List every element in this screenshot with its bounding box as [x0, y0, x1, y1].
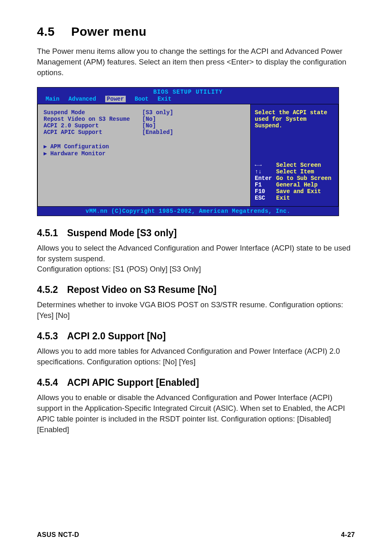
bios-item-label: ACPI 2.0 Support: [44, 122, 142, 129]
triangle-icon: ▶: [44, 143, 47, 150]
subsection-number: 4.5.3: [37, 331, 58, 341]
bios-tab-bar: Main Advanced Power Boot Exit: [37, 95, 339, 104]
bios-nav-key: ←→: [255, 162, 276, 168]
subsection-number: 4.5.1: [37, 228, 58, 238]
bios-setting-repost-video[interactable]: Repost Video on S3 Resume [No]: [44, 116, 244, 122]
bios-submenu-label: Hardware Monitor: [50, 150, 105, 157]
bios-item-label: Suspend Mode: [44, 109, 142, 116]
page-content: 4.5Power menu The Power menu items allow…: [37, 25, 355, 527]
bios-tab-exit[interactable]: Exit: [157, 96, 171, 102]
bios-main-area: Suspend Mode [S3 only] Repost Video on S…: [37, 104, 339, 207]
bios-submenu-list: ▶APM Configuration ▶Hardware Monitor: [44, 143, 244, 157]
bios-nav-row: ←→Select Screen: [255, 162, 334, 168]
bios-nav-desc: Select Screen: [276, 162, 321, 168]
bios-nav-key: F10: [255, 188, 276, 195]
subsection-title: ACPI APIC Support [Enabled]: [67, 377, 199, 388]
bios-nav-key: ↑↓: [255, 168, 276, 175]
bios-nav-hints: ←→Select Screen ↑↓Select Item EnterGo to…: [255, 162, 334, 201]
bios-nav-desc: Save and Exit: [276, 188, 321, 195]
intro-paragraph: The Power menu items allow you to change…: [37, 46, 355, 78]
bios-help-panel: Select the ACPI state used for System Su…: [250, 104, 339, 207]
bios-nav-key: F1: [255, 182, 276, 188]
bios-tab-main[interactable]: Main: [46, 96, 60, 102]
bios-item-value: [Enabled]: [142, 129, 244, 136]
subsection-body: Allows you to add more tables for Advanc…: [37, 346, 355, 367]
bios-title: BIOS SETUP UTILITY: [37, 88, 339, 95]
bios-submenu-hwmon[interactable]: ▶Hardware Monitor: [44, 150, 244, 157]
subsection-title: Repost Video on S3 Resume [No]: [67, 284, 217, 295]
bios-tab-advanced[interactable]: Advanced: [69, 96, 96, 102]
subsection-heading: 4.5.4ACPI APIC Support [Enabled]: [37, 377, 355, 388]
footer-product: ASUS NCT-D: [37, 531, 79, 539]
bios-nav-row: F10Save and Exit: [255, 188, 334, 195]
triangle-icon: ▶: [44, 150, 47, 157]
bios-setting-acpi-apic[interactable]: ACPI APIC Support [Enabled]: [44, 129, 244, 136]
subsection-title: Suspend Mode [S3 only]: [67, 228, 177, 238]
bios-item-value: [S3 only]: [142, 109, 244, 116]
section-heading: 4.5Power menu: [37, 25, 355, 39]
bios-submenu-label: APM Configuration: [50, 143, 109, 150]
heading-title: Power menu: [71, 25, 146, 38]
bios-tab-boot[interactable]: Boot: [135, 96, 149, 102]
bios-submenu-apm[interactable]: ▶APM Configuration: [44, 143, 244, 150]
bios-item-label: ACPI APIC Support: [44, 129, 142, 136]
subsection-body: Allows you to enable or disable the Adva…: [37, 392, 355, 435]
bios-nav-desc: Go to Sub Screen: [276, 175, 331, 182]
bios-help-text: Select the ACPI state used for System Su…: [255, 109, 334, 162]
bios-nav-desc: Select Item: [276, 168, 314, 175]
bios-nav-desc: Exit: [276, 195, 290, 201]
bios-item-value: [No]: [142, 116, 244, 122]
bios-nav-row: ↑↓Select Item: [255, 168, 334, 175]
bios-nav-key: ESC: [255, 195, 276, 201]
page-footer: ASUS NCT-D 4-27: [37, 527, 355, 539]
subsection-number: 4.5.4: [37, 377, 58, 388]
bios-item-value: [No]: [142, 122, 244, 129]
bios-nav-key: Enter: [255, 175, 276, 182]
heading-number: 4.5: [37, 25, 55, 38]
bios-settings-panel: Suspend Mode [S3 only] Repost Video on S…: [37, 104, 250, 207]
subsection-title: ACPI 2.0 Support [No]: [67, 331, 166, 341]
subsection-heading: 4.5.3ACPI 2.0 Support [No]: [37, 331, 355, 342]
bios-nav-row: ESCExit: [255, 195, 334, 201]
bios-copyright: vMM.nn (C)Copyright 1985-2002, American …: [37, 207, 339, 216]
bios-nav-desc: General Help: [276, 182, 318, 188]
subsection-heading: 4.5.1Suspend Mode [S3 only]: [37, 228, 355, 239]
footer-page-number: 4-27: [341, 531, 355, 539]
bios-setting-suspend-mode[interactable]: Suspend Mode [S3 only]: [44, 109, 244, 116]
bios-nav-row: EnterGo to Sub Screen: [255, 175, 334, 182]
subsection-number: 4.5.2: [37, 284, 58, 295]
bios-item-label: Repost Video on S3 Resume: [44, 116, 142, 122]
subsection-body: Allows you to select the Advanced Config…: [37, 243, 355, 275]
bios-nav-row: F1General Help: [255, 182, 334, 188]
subsection-body: Determines whether to invoke VGA BIOS PO…: [37, 299, 355, 321]
bios-tab-power[interactable]: Power: [105, 96, 126, 102]
bios-setting-acpi-20[interactable]: ACPI 2.0 Support [No]: [44, 122, 244, 129]
subsection-heading: 4.5.2Repost Video on S3 Resume [No]: [37, 284, 355, 295]
bios-screenshot: BIOS SETUP UTILITY Main Advanced Power B…: [37, 87, 339, 216]
